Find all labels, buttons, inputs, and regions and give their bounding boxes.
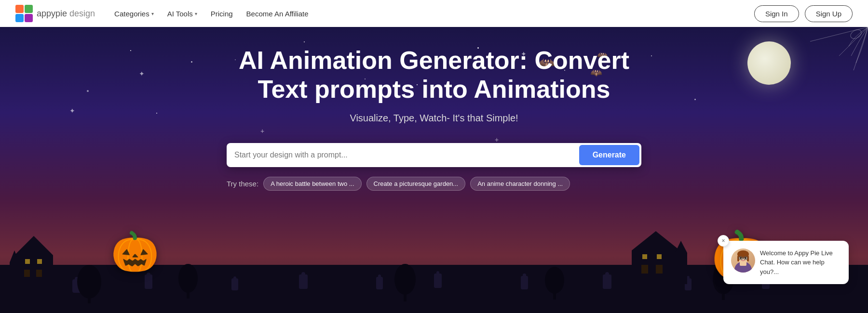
svg-rect-17: [376, 277, 383, 289]
search-bar: Generate: [227, 143, 641, 167]
svg-rect-49: [641, 265, 648, 274]
svg-marker-30: [14, 236, 53, 255]
svg-rect-34: [37, 259, 42, 264]
svg-marker-54: [675, 241, 687, 253]
svg-rect-33: [25, 259, 30, 264]
chip-1[interactable]: A heroic battle between two ...: [263, 177, 361, 191]
spiderweb-decoration: [810, 27, 868, 85]
svg-rect-32: [36, 270, 42, 277]
generate-button[interactable]: Generate: [579, 145, 639, 165]
svg-rect-46: [722, 287, 725, 300]
svg-rect-22: [523, 274, 526, 277]
svg-rect-24: [605, 272, 609, 276]
svg-rect-53: [675, 253, 687, 284]
sparkle-decoration: ✦: [69, 107, 75, 115]
chevron-down-icon: ▾: [151, 11, 154, 16]
svg-rect-35: [10, 262, 19, 287]
svg-rect-16: [301, 272, 305, 276]
svg-point-63: [745, 257, 746, 259]
chip-2[interactable]: Create a picturesque garden...: [366, 177, 466, 191]
svg-line-5: [854, 27, 868, 70]
nav-links: Categories ▾ AI Tools ▾ Pricing Become A…: [114, 10, 754, 18]
svg-rect-44: [553, 287, 556, 300]
chat-avatar: [731, 248, 755, 273]
logo[interactable]: appypie design: [15, 5, 95, 22]
navbar: appypie design Categories ▾ AI Tools ▾ P…: [0, 0, 868, 27]
svg-rect-38: [88, 289, 91, 303]
svg-rect-29: [14, 255, 53, 294]
chevron-down-icon: ▾: [195, 11, 197, 16]
svg-rect-3: [25, 14, 33, 22]
try-these-section: Try these: A heroic battle between two .…: [227, 177, 641, 191]
hero-section: ✦ · ✦ + ✦ + 🦇 🦇 🦇 AI Animation Generator…: [0, 27, 868, 313]
svg-rect-21: [521, 276, 528, 289]
svg-rect-13: [231, 278, 238, 290]
chat-close-button[interactable]: ×: [718, 235, 729, 247]
signup-button[interactable]: Sign Up: [805, 5, 853, 22]
svg-rect-40: [187, 287, 190, 299]
logo-icon: [15, 5, 33, 22]
svg-rect-15: [299, 274, 308, 289]
chat-widget: × Welcome to: [723, 241, 849, 285]
signin-button[interactable]: Sign In: [754, 5, 799, 22]
nav-categories[interactable]: Categories ▾: [114, 10, 154, 18]
try-label: Try these:: [227, 180, 258, 188]
nav-pricing[interactable]: Pricing: [211, 10, 233, 18]
hero-subtitle: Visualize, Type, Watch- It's that Simple…: [217, 113, 651, 124]
sparkle-decoration: ✦: [139, 70, 145, 78]
logo-text: appypie design: [37, 9, 95, 19]
svg-rect-52: [657, 254, 662, 259]
svg-point-62: [740, 257, 742, 259]
svg-marker-48: [632, 231, 680, 250]
nav-auth: Sign In Sign Up: [754, 5, 853, 22]
svg-rect-51: [642, 254, 647, 259]
svg-rect-11: [145, 274, 152, 289]
svg-rect-42: [404, 288, 407, 301]
svg-rect-2: [15, 14, 24, 22]
nav-affiliate[interactable]: Become An Affiliate: [246, 10, 309, 18]
svg-rect-18: [378, 274, 381, 278]
moon-decoration: [747, 41, 791, 85]
svg-rect-23: [603, 274, 611, 289]
svg-rect-20: [436, 271, 439, 274]
chip-3[interactable]: An anime character donning ...: [470, 177, 570, 191]
svg-rect-31: [24, 270, 30, 277]
hero-content: AI Animation Generator: Convert Text pro…: [217, 46, 651, 191]
svg-rect-14: [233, 276, 236, 279]
svg-line-6: [810, 27, 868, 41]
svg-rect-19: [434, 274, 442, 288]
svg-rect-0: [15, 5, 24, 13]
prompt-input[interactable]: [234, 146, 579, 164]
hero-title: AI Animation Generator: Convert Text pro…: [217, 46, 651, 104]
svg-rect-50: [656, 265, 663, 274]
svg-rect-1: [25, 5, 33, 13]
pumpkin-left: 🎃: [111, 229, 159, 274]
svg-rect-58: [740, 261, 746, 266]
nav-ai-tools[interactable]: AI Tools ▾: [167, 10, 197, 18]
chat-message: Welcome to Appy Pie Live Chat. How can w…: [760, 248, 841, 277]
